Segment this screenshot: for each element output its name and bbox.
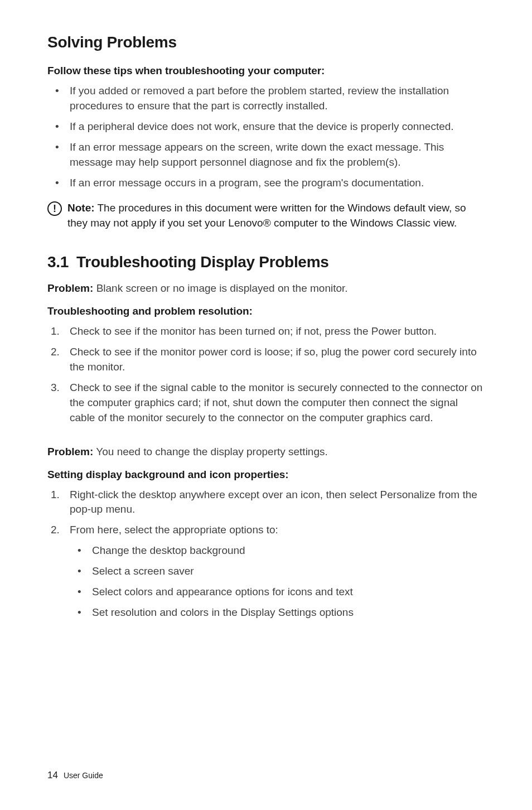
problem-label: Problem: [47, 446, 93, 457]
resolution-heading: Troubleshooting and problem resolution: [47, 305, 485, 317]
note-text: Note: The procedures in this document we… [67, 201, 485, 231]
list-item: If a peripheral device does not work, en… [47, 119, 485, 134]
problem-1: Problem: Blank screen or no image is dis… [47, 281, 485, 296]
setting-sub-list: Change the desktop background Select a s… [70, 543, 485, 620]
section-title: Troubleshooting Display Problems [76, 253, 328, 271]
footer-label: User Guide [64, 771, 103, 780]
page-footer: 14User Guide [47, 770, 103, 781]
list-item: Select colors and appearance options for… [70, 585, 485, 600]
problem-label: Problem: [47, 282, 93, 294]
note-label: Note: [67, 202, 95, 214]
problem-2: Problem: You need to change the display … [47, 445, 485, 460]
list-item: Set resolution and colors in the Display… [70, 605, 485, 620]
note-body: The procedures in this document were wri… [67, 202, 466, 229]
page-number: 14 [47, 770, 58, 780]
list-item: If an error message occurs in a program,… [47, 176, 485, 191]
note-block: ! Note: The procedures in this document … [47, 201, 485, 231]
list-item: Check to see if the signal cable to the … [47, 380, 485, 426]
list-item: If an error message appears on the scree… [47, 140, 485, 170]
list-item: Change the desktop background [70, 543, 485, 558]
tips-intro: Follow these tips when troubleshooting y… [47, 65, 485, 77]
setting-steps: Right-click the desktop anywhere except … [47, 488, 485, 621]
list-item: Check to see if the monitor power cord i… [47, 345, 485, 375]
attention-icon: ! [47, 201, 62, 216]
tips-list: If you added or removed a part before th… [47, 84, 485, 191]
list-item: From here, select the appropriate option… [47, 523, 485, 620]
list-item: If you added or removed a part before th… [47, 84, 485, 114]
problem-text: Blank screen or no image is displayed on… [93, 282, 347, 294]
step-text: From here, select the appropriate option… [70, 524, 278, 536]
heading-solving-problems: Solving Problems [47, 33, 485, 51]
section-number: 3.1 [47, 253, 69, 271]
list-item: Check to see if the monitor has been tur… [47, 324, 485, 339]
section-heading: 3.1Troubleshooting Display Problems [47, 253, 485, 271]
setting-heading: Setting display background and icon prop… [47, 469, 485, 481]
list-item: Select a screen saver [70, 564, 485, 579]
problem-text: You need to change the display property … [93, 446, 327, 457]
list-item: Right-click the desktop anywhere except … [47, 488, 485, 518]
resolution-steps: Check to see if the monitor has been tur… [47, 324, 485, 426]
